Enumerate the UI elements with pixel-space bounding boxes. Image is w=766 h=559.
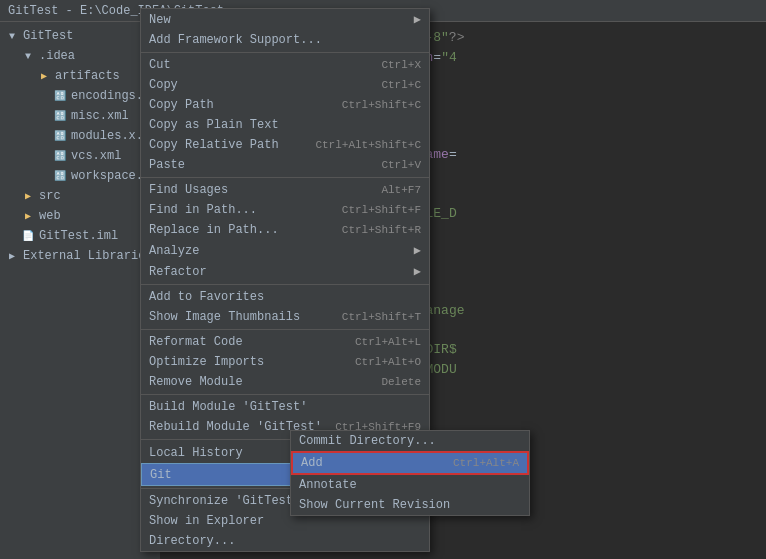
menu-item-build-module-label: Build Module 'GitTest' (149, 400, 421, 414)
menu-item-find-in-path-shortcut: Ctrl+Shift+F (342, 204, 421, 216)
tree-item-misc[interactable]: 🔠 misc.xml (0, 106, 160, 126)
menu-item-show-in-explorer-label: Show in Explorer (149, 514, 421, 528)
menu-item-cut[interactable]: Cut Ctrl+X (141, 55, 429, 75)
menu-separator-2 (141, 177, 429, 178)
menu-item-replace-in-path[interactable]: Replace in Path... Ctrl+Shift+R (141, 220, 429, 240)
xml-icon: 🔠 (52, 168, 68, 184)
menu-item-show-image-thumbnails-shortcut: Ctrl+Shift+T (342, 311, 421, 323)
menu-item-analyze-label: Analyze (149, 244, 410, 258)
menu-item-show-image-thumbnails[interactable]: Show Image Thumbnails Ctrl+Shift+T (141, 307, 429, 327)
tree-label: GitTest (23, 29, 73, 43)
tree-item-web[interactable]: ▶ web (0, 206, 160, 226)
submenu-item-commit-directory-label: Commit Directory... (299, 434, 521, 448)
menu-item-find-in-path-label: Find in Path... (149, 203, 332, 217)
submenu-item-annotate[interactable]: Annotate (291, 475, 529, 495)
submenu-item-show-current-revision[interactable]: Show Current Revision (291, 495, 529, 515)
tree-label: .idea (39, 49, 75, 63)
menu-item-directory[interactable]: Directory... (141, 531, 429, 551)
menu-item-find-in-path[interactable]: Find in Path... Ctrl+Shift+F (141, 200, 429, 220)
tree-item-workspace[interactable]: 🔠 workspace... (0, 166, 160, 186)
menu-item-cut-shortcut: Ctrl+X (381, 59, 421, 71)
tree-label: web (39, 209, 61, 223)
menu-item-build-module[interactable]: Build Module 'GitTest' (141, 397, 429, 417)
menu-item-new-label: New (149, 13, 410, 27)
menu-item-copy-relative-label: Copy Relative Path (149, 138, 305, 152)
menu-item-copy-shortcut: Ctrl+C (381, 79, 421, 91)
xml-icon: 🔠 (52, 88, 68, 104)
menu-item-refactor[interactable]: Refactor ▶ (141, 261, 429, 282)
menu-item-copy-path-shortcut: Ctrl+Shift+C (342, 99, 421, 111)
menu-item-copy-relative-shortcut: Ctrl+Alt+Shift+C (315, 139, 421, 151)
tree-item-src[interactable]: ▶ src (0, 186, 160, 206)
xml-icon: 🔠 (52, 128, 68, 144)
menu-item-reformat[interactable]: Reformat Code Ctrl+Alt+L (141, 332, 429, 352)
iml-icon: 📄 (20, 228, 36, 244)
menu-item-optimize-imports-label: Optimize Imports (149, 355, 345, 369)
tree-label: GitTest.iml (39, 229, 118, 243)
git-submenu: Commit Directory... Add Ctrl+Alt+A Annot… (290, 430, 530, 516)
menu-item-refactor-label: Refactor (149, 265, 410, 279)
menu-item-optimize-imports-shortcut: Ctrl+Alt+O (355, 356, 421, 368)
menu-item-copy-plain[interactable]: Copy as Plain Text (141, 115, 429, 135)
menu-item-add-framework[interactable]: Add Framework Support... (141, 30, 429, 50)
menu-item-copy-path-label: Copy Path (149, 98, 332, 112)
menu-item-add-framework-label: Add Framework Support... (149, 33, 421, 47)
tree-item-vcs[interactable]: 🔠 vcs.xml (0, 146, 160, 166)
tree-label: artifacts (55, 69, 120, 83)
tree-label: External Libraries (23, 249, 153, 263)
menu-item-copy-path[interactable]: Copy Path Ctrl+Shift+C (141, 95, 429, 115)
submenu-item-annotate-label: Annotate (299, 478, 521, 492)
menu-item-copy-label: Copy (149, 78, 371, 92)
menu-item-reformat-label: Reformat Code (149, 335, 345, 349)
submenu-item-commit-directory[interactable]: Commit Directory... (291, 431, 529, 451)
project-icon: ▼ (4, 28, 20, 44)
menu-item-paste[interactable]: Paste Ctrl+V (141, 155, 429, 175)
menu-item-paste-label: Paste (149, 158, 371, 172)
menu-item-add-favorites[interactable]: Add to Favorites (141, 287, 429, 307)
menu-item-cut-label: Cut (149, 58, 371, 72)
menu-item-copy-plain-label: Copy as Plain Text (149, 118, 421, 132)
menu-item-reformat-shortcut: Ctrl+Alt+L (355, 336, 421, 348)
submenu-item-add[interactable]: Add Ctrl+Alt+A (291, 451, 529, 475)
submenu-item-show-current-revision-label: Show Current Revision (299, 498, 521, 512)
library-icon: ▶ (4, 248, 20, 264)
tree-item-encodings[interactable]: 🔠 encodings... (0, 86, 160, 106)
submenu-item-add-shortcut: Ctrl+Alt+A (453, 457, 519, 469)
tree-label: vcs.xml (71, 149, 121, 163)
menu-item-remove-module[interactable]: Remove Module Delete (141, 372, 429, 392)
menu-item-copy-relative[interactable]: Copy Relative Path Ctrl+Alt+Shift+C (141, 135, 429, 155)
tree-item-modules[interactable]: 🔠 modules.x... (0, 126, 160, 146)
submenu-item-add-label: Add (301, 456, 453, 470)
tree-label: misc.xml (71, 109, 129, 123)
menu-item-replace-in-path-shortcut: Ctrl+Shift+R (342, 224, 421, 236)
menu-item-remove-module-label: Remove Module (149, 375, 371, 389)
submenu-arrow-icon: ▶ (414, 12, 421, 27)
menu-item-analyze[interactable]: Analyze ▶ (141, 240, 429, 261)
file-tree-panel: ▼ GitTest ▼ .idea ▶ artifacts 🔠 encoding… (0, 22, 160, 559)
menu-item-new[interactable]: New ▶ (141, 9, 429, 30)
xml-icon: 🔠 (52, 148, 68, 164)
menu-item-copy[interactable]: Copy Ctrl+C (141, 75, 429, 95)
menu-separator (141, 52, 429, 53)
menu-separator-5 (141, 394, 429, 395)
tree-item-gitest-iml[interactable]: 📄 GitTest.iml (0, 226, 160, 246)
folder-icon: ▶ (36, 68, 52, 84)
menu-item-find-usages[interactable]: Find Usages Alt+F7 (141, 180, 429, 200)
folder-icon: ▼ (20, 48, 36, 64)
tree-item-artifacts[interactable]: ▶ artifacts (0, 66, 160, 86)
menu-item-add-favorites-label: Add to Favorites (149, 290, 421, 304)
menu-item-optimize-imports[interactable]: Optimize Imports Ctrl+Alt+O (141, 352, 429, 372)
folder-icon: ▶ (20, 188, 36, 204)
folder-icon: ▶ (20, 208, 36, 224)
menu-item-show-image-thumbnails-label: Show Image Thumbnails (149, 310, 332, 324)
xml-icon: 🔠 (52, 108, 68, 124)
tree-item-external-libs[interactable]: ▶ External Libraries (0, 246, 160, 266)
menu-item-find-usages-label: Find Usages (149, 183, 371, 197)
tree-item-gittest[interactable]: ▼ GitTest (0, 26, 160, 46)
menu-separator-3 (141, 284, 429, 285)
tree-item-idea[interactable]: ▼ .idea (0, 46, 160, 66)
menu-item-remove-module-shortcut: Delete (381, 376, 421, 388)
menu-item-replace-in-path-label: Replace in Path... (149, 223, 332, 237)
menu-item-paste-shortcut: Ctrl+V (381, 159, 421, 171)
menu-item-directory-label: Directory... (149, 534, 421, 548)
